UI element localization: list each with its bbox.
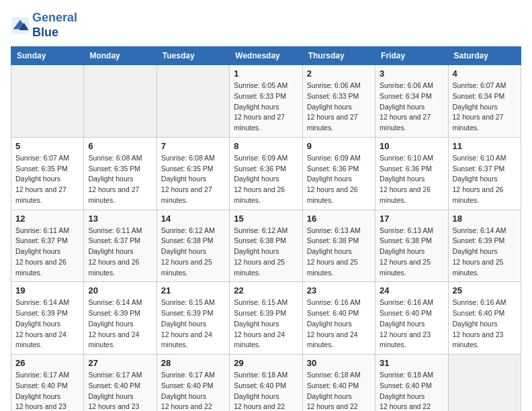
calendar-cell: 15 Sunrise: 6:12 AM Sunset: 6:38 PM Dayl…: [230, 210, 302, 282]
day-info: Sunrise: 6:18 AM Sunset: 6:40 PM Dayligh…: [307, 370, 371, 411]
day-number: 19: [15, 285, 79, 295]
day-number: 28: [161, 358, 225, 368]
calendar-cell: [448, 355, 521, 411]
page-header: General Blue: [11, 11, 521, 40]
calendar-cell: [84, 65, 157, 138]
day-number: 10: [380, 141, 443, 151]
day-number: 1: [234, 68, 298, 79]
day-info: Sunrise: 6:08 AM Sunset: 6:35 PM Dayligh…: [88, 153, 152, 206]
day-info: Sunrise: 6:10 AM Sunset: 6:36 PM Dayligh…: [380, 153, 443, 206]
calendar-cell: 30 Sunrise: 6:18 AM Sunset: 6:40 PM Dayl…: [302, 355, 375, 411]
calendar-cell: 26 Sunrise: 6:17 AM Sunset: 6:40 PM Dayl…: [11, 355, 84, 411]
day-info: Sunrise: 6:05 AM Sunset: 6:33 PM Dayligh…: [234, 81, 298, 134]
day-info: Sunrise: 6:17 AM Sunset: 6:40 PM Dayligh…: [15, 370, 79, 411]
day-number: 18: [453, 214, 517, 224]
calendar-cell: 8 Sunrise: 6:09 AM Sunset: 6:36 PM Dayli…: [230, 137, 302, 210]
column-header-tuesday: Tuesday: [157, 47, 229, 65]
calendar-cell: 17 Sunrise: 6:13 AM Sunset: 6:38 PM Dayl…: [375, 210, 448, 282]
calendar-cell: 31 Sunrise: 6:18 AM Sunset: 6:40 PM Dayl…: [375, 355, 448, 411]
day-info: Sunrise: 6:17 AM Sunset: 6:40 PM Dayligh…: [161, 370, 225, 411]
calendar-cell: 18 Sunrise: 6:14 AM Sunset: 6:39 PM Dayl…: [448, 210, 521, 282]
day-number: 16: [307, 214, 371, 224]
day-number: 25: [453, 285, 517, 295]
calendar-cell: 3 Sunrise: 6:06 AM Sunset: 6:34 PM Dayli…: [375, 65, 448, 138]
day-info: Sunrise: 6:18 AM Sunset: 6:40 PM Dayligh…: [234, 370, 298, 411]
day-number: 24: [380, 285, 443, 295]
day-info: Sunrise: 6:15 AM Sunset: 6:39 PM Dayligh…: [161, 298, 225, 351]
day-number: 6: [88, 141, 152, 151]
day-number: 2: [307, 68, 371, 79]
calendar-cell: 19 Sunrise: 6:14 AM Sunset: 6:39 PM Dayl…: [11, 282, 84, 355]
calendar-cell: 23 Sunrise: 6:16 AM Sunset: 6:40 PM Dayl…: [302, 282, 375, 355]
day-number: 26: [15, 358, 79, 368]
day-info: Sunrise: 6:13 AM Sunset: 6:38 PM Dayligh…: [307, 226, 371, 279]
calendar-cell: 7 Sunrise: 6:08 AM Sunset: 6:35 PM Dayli…: [157, 137, 229, 210]
day-number: 20: [88, 285, 152, 295]
day-number: 27: [88, 358, 152, 368]
day-number: 15: [234, 214, 298, 224]
calendar-table: SundayMondayTuesdayWednesdayThursdayFrid…: [11, 46, 521, 411]
calendar-cell: 16 Sunrise: 6:13 AM Sunset: 6:38 PM Dayl…: [302, 210, 375, 282]
calendar-cell: 24 Sunrise: 6:16 AM Sunset: 6:40 PM Dayl…: [375, 282, 448, 355]
calendar-cell: 12 Sunrise: 6:11 AM Sunset: 6:37 PM Dayl…: [11, 210, 84, 282]
day-info: Sunrise: 6:09 AM Sunset: 6:36 PM Dayligh…: [234, 153, 298, 206]
column-header-monday: Monday: [84, 47, 157, 65]
column-header-sunday: Sunday: [11, 47, 84, 65]
day-info: Sunrise: 6:06 AM Sunset: 6:34 PM Dayligh…: [380, 81, 443, 134]
column-header-friday: Friday: [375, 47, 448, 65]
day-info: Sunrise: 6:06 AM Sunset: 6:33 PM Dayligh…: [307, 81, 371, 134]
day-number: 8: [234, 141, 298, 151]
day-info: Sunrise: 6:17 AM Sunset: 6:40 PM Dayligh…: [88, 370, 152, 411]
day-number: 22: [234, 285, 298, 295]
column-header-saturday: Saturday: [448, 47, 521, 65]
day-number: 23: [307, 285, 371, 295]
calendar-cell: 28 Sunrise: 6:17 AM Sunset: 6:40 PM Dayl…: [157, 355, 229, 411]
day-info: Sunrise: 6:11 AM Sunset: 6:37 PM Dayligh…: [15, 226, 79, 279]
logo: General Blue: [11, 11, 77, 40]
day-info: Sunrise: 6:09 AM Sunset: 6:36 PM Dayligh…: [307, 153, 371, 206]
calendar-week-2: 5 Sunrise: 6:07 AM Sunset: 6:35 PM Dayli…: [11, 137, 521, 210]
day-number: 12: [15, 214, 79, 224]
calendar-cell: 20 Sunrise: 6:14 AM Sunset: 6:39 PM Dayl…: [84, 282, 157, 355]
day-number: 3: [380, 68, 443, 79]
day-number: 11: [453, 141, 517, 151]
day-info: Sunrise: 6:12 AM Sunset: 6:38 PM Dayligh…: [161, 226, 225, 279]
calendar-cell: 4 Sunrise: 6:07 AM Sunset: 6:34 PM Dayli…: [448, 65, 521, 138]
calendar-week-5: 26 Sunrise: 6:17 AM Sunset: 6:40 PM Dayl…: [11, 355, 521, 411]
calendar-cell: 14 Sunrise: 6:12 AM Sunset: 6:38 PM Dayl…: [157, 210, 229, 282]
day-info: Sunrise: 6:16 AM Sunset: 6:40 PM Dayligh…: [380, 298, 443, 351]
day-info: Sunrise: 6:16 AM Sunset: 6:40 PM Dayligh…: [307, 298, 371, 351]
calendar-week-4: 19 Sunrise: 6:14 AM Sunset: 6:39 PM Dayl…: [11, 282, 521, 355]
calendar-cell: 29 Sunrise: 6:18 AM Sunset: 6:40 PM Dayl…: [230, 355, 302, 411]
column-header-thursday: Thursday: [302, 47, 375, 65]
day-number: 13: [88, 214, 152, 224]
day-info: Sunrise: 6:11 AM Sunset: 6:37 PM Dayligh…: [88, 226, 152, 279]
column-header-wednesday: Wednesday: [230, 47, 302, 65]
day-info: Sunrise: 6:07 AM Sunset: 6:34 PM Dayligh…: [453, 81, 517, 134]
day-number: 7: [161, 141, 225, 151]
calendar-cell: [157, 65, 229, 138]
day-number: 31: [380, 358, 443, 368]
day-number: 9: [307, 141, 371, 151]
calendar-cell: 1 Sunrise: 6:05 AM Sunset: 6:33 PM Dayli…: [230, 65, 302, 138]
day-info: Sunrise: 6:14 AM Sunset: 6:39 PM Dayligh…: [15, 298, 79, 351]
day-number: 17: [380, 214, 443, 224]
day-number: 4: [453, 68, 517, 79]
day-info: Sunrise: 6:12 AM Sunset: 6:38 PM Dayligh…: [234, 226, 298, 279]
day-info: Sunrise: 6:08 AM Sunset: 6:35 PM Dayligh…: [161, 153, 225, 206]
day-info: Sunrise: 6:13 AM Sunset: 6:38 PM Dayligh…: [380, 226, 443, 279]
day-info: Sunrise: 6:10 AM Sunset: 6:37 PM Dayligh…: [453, 153, 517, 206]
day-info: Sunrise: 6:16 AM Sunset: 6:40 PM Dayligh…: [453, 298, 517, 351]
calendar-cell: 13 Sunrise: 6:11 AM Sunset: 6:37 PM Dayl…: [84, 210, 157, 282]
day-number: 29: [234, 358, 298, 368]
day-info: Sunrise: 6:18 AM Sunset: 6:40 PM Dayligh…: [380, 370, 443, 411]
day-info: Sunrise: 6:14 AM Sunset: 6:39 PM Dayligh…: [453, 226, 517, 279]
calendar-cell: 21 Sunrise: 6:15 AM Sunset: 6:39 PM Dayl…: [157, 282, 229, 355]
calendar-cell: 27 Sunrise: 6:17 AM Sunset: 6:40 PM Dayl…: [84, 355, 157, 411]
logo-text: General Blue: [32, 11, 77, 40]
day-number: 21: [161, 285, 225, 295]
calendar-cell: 22 Sunrise: 6:15 AM Sunset: 6:39 PM Dayl…: [230, 282, 302, 355]
calendar-cell: 10 Sunrise: 6:10 AM Sunset: 6:36 PM Dayl…: [375, 137, 448, 210]
day-number: 30: [307, 358, 371, 368]
day-info: Sunrise: 6:07 AM Sunset: 6:35 PM Dayligh…: [15, 153, 79, 206]
